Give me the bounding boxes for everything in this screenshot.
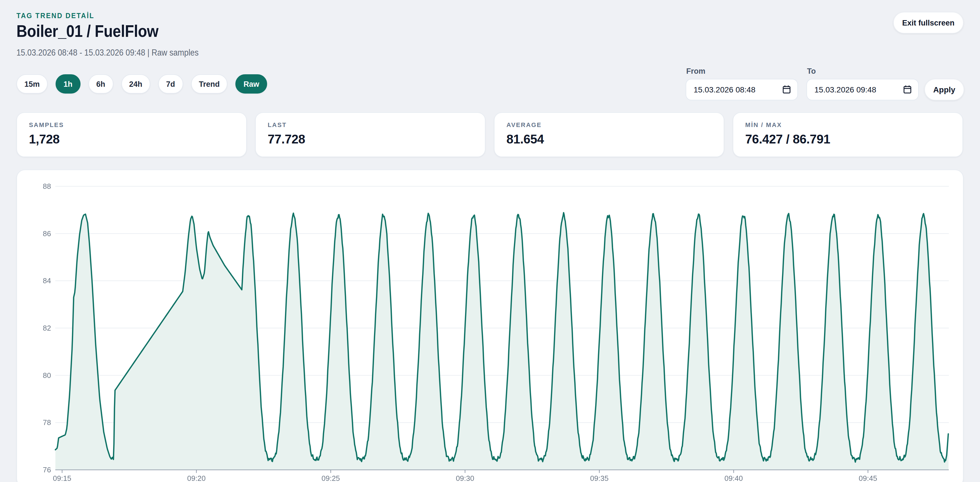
trend-chart-card: 8886848280787609:1509:2009:2509:3009:350… xyxy=(16,170,964,482)
svg-text:09:30: 09:30 xyxy=(456,474,474,482)
svg-text:84: 84 xyxy=(43,277,51,285)
stat-value: 76.427 / 86.791 xyxy=(745,132,950,147)
y-axis-labels: 88868482807876 xyxy=(43,182,51,474)
to-input[interactable] xyxy=(807,79,919,100)
trend-chart-canvas[interactable]: 8886848280787609:1509:2009:2509:3009:350… xyxy=(17,170,964,482)
x-axis-labels: 09:1509:2009:2509:3009:3509:4009:45 xyxy=(53,474,877,482)
svg-text:09:40: 09:40 xyxy=(724,474,743,482)
tag-trend-detail-page: TAG TREND DETAİL Boiler_01 / FuelFlow 15… xyxy=(0,0,980,482)
to-label: To xyxy=(807,67,816,75)
calendar-icon[interactable] xyxy=(904,85,912,94)
stat-value: 1,728 xyxy=(29,132,234,147)
svg-text:88: 88 xyxy=(43,182,51,191)
svg-text:82: 82 xyxy=(43,324,51,332)
range-pill-24h[interactable]: 24h xyxy=(121,74,150,94)
stat-card: AVERAGE81.654 xyxy=(494,112,724,157)
range-pill-1h[interactable]: 1h xyxy=(56,74,81,94)
range-pill-6h[interactable]: 6h xyxy=(89,74,113,94)
stats-row: SAMPLES1,728LAST77.728AVERAGE81.654MİN /… xyxy=(16,112,963,157)
svg-text:09:25: 09:25 xyxy=(321,474,340,482)
range-pill-trend[interactable]: Trend xyxy=(191,74,228,94)
range-pill-15m[interactable]: 15m xyxy=(16,74,48,94)
x-axis xyxy=(55,470,949,473)
from-label: From xyxy=(686,67,705,75)
exit-fullscreen-button[interactable]: Exit fullscreen xyxy=(893,12,964,33)
svg-text:80: 80 xyxy=(43,371,51,380)
stat-label: MİN / MAX xyxy=(745,121,950,128)
range-pill-raw[interactable]: Raw xyxy=(235,74,267,94)
stat-label: SAMPLES xyxy=(29,121,234,128)
stat-card: LAST77.728 xyxy=(255,112,485,157)
stat-value: 81.654 xyxy=(506,132,712,147)
apply-button[interactable]: Apply xyxy=(924,79,964,100)
page-title: Boiler_01 / FuelFlow xyxy=(16,22,159,41)
svg-text:09:45: 09:45 xyxy=(859,474,877,482)
svg-text:09:20: 09:20 xyxy=(187,474,205,482)
svg-text:86: 86 xyxy=(43,229,51,238)
svg-text:09:15: 09:15 xyxy=(53,474,71,482)
svg-text:78: 78 xyxy=(43,418,51,427)
page-eyebrow: TAG TREND DETAİL xyxy=(16,11,94,20)
stat-value: 77.728 xyxy=(268,132,473,147)
calendar-icon[interactable] xyxy=(783,85,791,94)
time-range-pills: 15m1h6h24h7dTrendRaw xyxy=(16,74,267,94)
stat-card: MİN / MAX76.427 / 86.791 xyxy=(733,112,963,157)
range-pill-7d[interactable]: 7d xyxy=(158,74,183,94)
series-area xyxy=(55,213,948,470)
stat-label: LAST xyxy=(268,121,473,128)
from-field xyxy=(686,79,798,100)
svg-text:76: 76 xyxy=(43,466,51,474)
to-field xyxy=(807,79,919,100)
svg-text:09:35: 09:35 xyxy=(590,474,609,482)
page-subtitle: 15.03.2026 08:48 - 15.03.2026 09:48 | Ra… xyxy=(16,48,199,58)
stat-label: AVERAGE xyxy=(506,121,712,128)
stat-card: SAMPLES1,728 xyxy=(16,112,247,157)
from-input[interactable] xyxy=(686,79,798,100)
